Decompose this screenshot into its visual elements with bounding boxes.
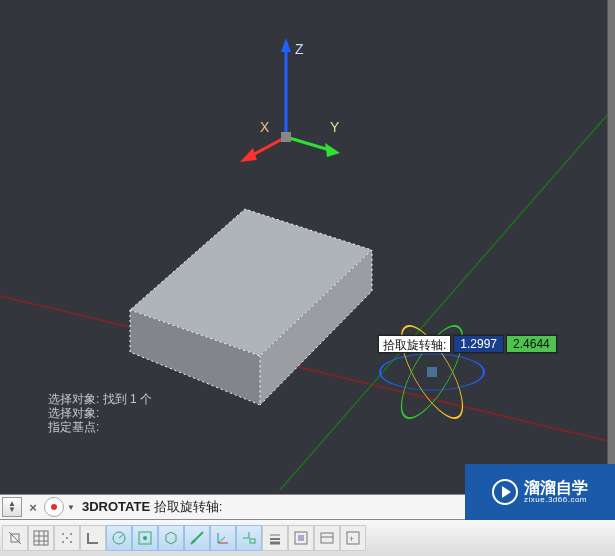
tooltip-coord-y: 2.4644 — [506, 335, 557, 353]
cmd-history-line: 指定基点: — [48, 420, 152, 434]
svg-rect-40 — [250, 539, 255, 543]
cmd-dropdown-icon[interactable]: ▼ — [66, 503, 76, 512]
sb-lwt-btn[interactable] — [262, 525, 288, 551]
command-name: 3DROTATE — [82, 499, 150, 514]
sb-qp-btn[interactable] — [314, 525, 340, 551]
svg-line-33 — [191, 532, 203, 544]
watermark-url: zixue.3d66.com — [524, 496, 588, 504]
svg-rect-15 — [427, 367, 437, 377]
viewport[interactable]: Z X Y 拾取旋转轴: 1.2997 2.4644 选择对象: 找到 1 个 … — [0, 0, 615, 494]
svg-marker-8 — [240, 148, 257, 162]
svg-line-29 — [119, 534, 124, 538]
svg-marker-10 — [325, 143, 340, 157]
tooltip-label: 拾取旋转轴: — [378, 335, 451, 353]
sb-otrack-btn[interactable] — [184, 525, 210, 551]
sb-ducs-btn[interactable] — [210, 525, 236, 551]
svg-text:+: + — [349, 534, 354, 544]
svg-rect-45 — [298, 535, 304, 541]
svg-point-23 — [62, 533, 64, 535]
sb-3dosnap-btn[interactable] — [158, 525, 184, 551]
viewport-scrollbar[interactable] — [607, 0, 615, 494]
sb-snap-btn[interactable] — [54, 525, 80, 551]
cmd-recent-icon[interactable] — [44, 497, 64, 517]
svg-rect-11 — [281, 132, 291, 142]
svg-point-26 — [70, 541, 72, 543]
axis-z-label: Z — [295, 41, 304, 57]
sb-ortho-btn[interactable] — [80, 525, 106, 551]
command-prompt: 拾取旋转轴: — [154, 499, 223, 514]
sb-polar-btn[interactable] — [106, 525, 132, 551]
svg-marker-32 — [166, 532, 176, 544]
axis-y-label: Y — [330, 119, 340, 135]
sb-osnap-btn[interactable] — [132, 525, 158, 551]
cmd-history-scroll[interactable]: ▲▼ — [2, 497, 22, 517]
command-history: 选择对象: 找到 1 个 选择对象: 指定基点: — [48, 392, 152, 434]
tooltip-coord-x: 1.2997 — [453, 335, 504, 353]
play-icon — [492, 479, 518, 505]
sb-dyn-btn[interactable] — [236, 525, 262, 551]
status-bar: + — [0, 520, 615, 556]
cmd-history-line: 选择对象: 找到 1 个 — [48, 392, 152, 406]
svg-point-34 — [193, 540, 196, 543]
svg-point-31 — [143, 536, 147, 540]
svg-point-24 — [70, 533, 72, 535]
svg-rect-18 — [34, 531, 48, 545]
coord-tooltip: 拾取旋转轴: 1.2997 2.4644 — [378, 335, 557, 353]
cmd-history-line: 选择对象: — [48, 406, 152, 420]
cmd-close-icon[interactable]: × — [24, 498, 42, 516]
sb-tpy-btn[interactable] — [288, 525, 314, 551]
svg-line-37 — [218, 537, 225, 543]
svg-rect-46 — [321, 533, 333, 543]
svg-marker-6 — [281, 38, 291, 52]
axis-x-label: X — [260, 119, 270, 135]
site-watermark[interactable]: 溜溜自学 zixue.3d66.com — [465, 464, 615, 520]
sb-infer-btn[interactable] — [2, 525, 28, 551]
sb-grid-btn[interactable] — [28, 525, 54, 551]
sb-sc-btn[interactable]: + — [340, 525, 366, 551]
watermark-title: 溜溜自学 — [524, 480, 588, 496]
svg-point-27 — [66, 537, 68, 539]
svg-point-25 — [62, 541, 64, 543]
